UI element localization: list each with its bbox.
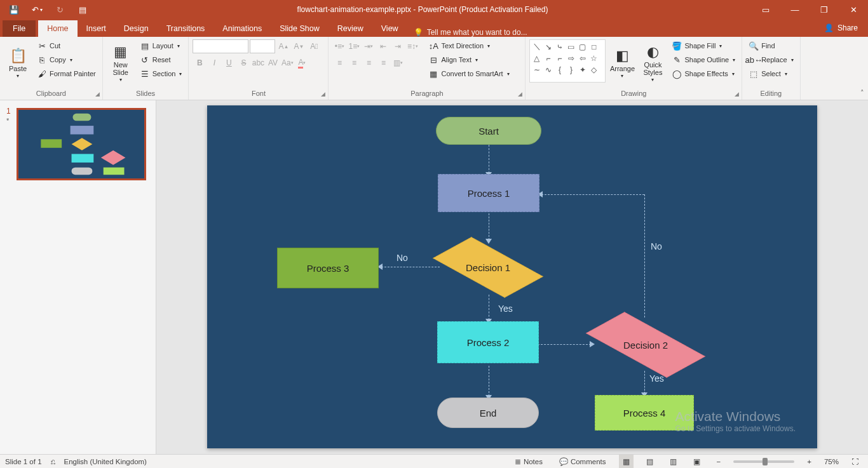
minimize-button[interactable]: — xyxy=(780,0,810,19)
shape-outline-button[interactable]: ✎Shape Outline▾ xyxy=(669,53,738,66)
tab-view[interactable]: View xyxy=(372,20,407,37)
flowchart-end[interactable]: End xyxy=(437,398,539,428)
zoom-level[interactable]: 75% xyxy=(824,458,839,465)
shape-effects-button[interactable]: ◯Shape Effects▾ xyxy=(669,67,738,80)
shape-l-icon[interactable]: ⌐ xyxy=(543,53,553,64)
find-button[interactable]: 🔍Find xyxy=(746,39,796,52)
flowchart-process-3[interactable]: Process 3 xyxy=(277,248,379,288)
line-spacing-button[interactable]: ≡↕▾ xyxy=(405,39,419,53)
shape-l2-icon[interactable]: ⌐ xyxy=(554,53,565,64)
comments-button[interactable]: 💬Comments xyxy=(555,455,610,469)
close-button[interactable]: ✕ xyxy=(839,0,868,19)
shapes-gallery[interactable]: ＼ ↘ ⤷ ▭ ▢ □ △ ⌐ ⌐ ⇨ ⇦ ☆ ∼ ∿ { } ✦ ◇ xyxy=(529,39,606,83)
redo-button[interactable]: ↻ xyxy=(48,0,71,19)
spell-check-icon[interactable]: ⎌ xyxy=(51,458,55,465)
decrease-indent-button[interactable]: ⇤ xyxy=(376,39,390,53)
arrange-button[interactable]: ◧Arrange▾ xyxy=(608,39,636,88)
shape-curve-icon[interactable]: ∼ xyxy=(531,64,542,75)
flowchart-process-2[interactable]: Process 2 xyxy=(437,321,539,363)
normal-view-button[interactable]: ▦ xyxy=(619,455,634,469)
tab-insert[interactable]: Insert xyxy=(78,20,115,37)
save-button[interactable]: 💾 xyxy=(3,0,25,19)
change-case-button[interactable]: Aa▾ xyxy=(280,56,294,70)
tab-file[interactable]: File xyxy=(3,20,36,37)
shape-star2-icon[interactable]: ✦ xyxy=(577,64,588,75)
columns-button[interactable]: ▥▾ xyxy=(391,56,405,70)
flowchart-process-4[interactable]: Process 4 xyxy=(595,395,694,431)
shape-star-icon[interactable]: ☆ xyxy=(588,53,599,64)
list-level-button[interactable]: ⇥▾ xyxy=(362,39,376,53)
decrease-font-button[interactable]: A▼ xyxy=(292,39,306,53)
notes-button[interactable]: ≣Notes xyxy=(511,455,546,469)
language-indicator[interactable]: English (United Kingdom) xyxy=(64,458,147,465)
shadow-button[interactable]: abc xyxy=(251,56,265,70)
numbering-button[interactable]: 1≡▾ xyxy=(347,39,361,53)
tab-transitions[interactable]: Transitions xyxy=(158,20,214,37)
align-left-button[interactable]: ≡ xyxy=(332,56,346,70)
underline-button[interactable]: U xyxy=(222,56,236,70)
paste-button[interactable]: 📋 Paste ▾ xyxy=(4,39,32,88)
reading-view-button[interactable]: ▥ xyxy=(666,455,681,469)
zoom-slider[interactable] xyxy=(733,460,794,463)
shape-arrow-icon[interactable]: ↘ xyxy=(543,41,553,52)
slide-sorter-button[interactable]: ▤ xyxy=(642,455,657,469)
tab-slideshow[interactable]: Slide Show xyxy=(271,20,329,37)
shape-brace2-icon[interactable]: } xyxy=(566,64,576,75)
shape-fill-button[interactable]: 🪣Shape Fill▾ xyxy=(669,39,738,52)
shape-arrow2-icon[interactable]: ⇨ xyxy=(566,53,576,64)
slide-canvas[interactable]: No Yes No Yes Start Process 1 Decision 1… xyxy=(207,105,817,448)
font-size-input[interactable] xyxy=(250,39,275,53)
strike-button[interactable]: S xyxy=(236,56,250,70)
shape-square-icon[interactable]: □ xyxy=(588,41,599,52)
flowchart-decision-2[interactable]: Decision 2 xyxy=(588,318,703,372)
text-direction-button[interactable]: ↕AText Direction▾ xyxy=(426,39,512,52)
increase-indent-button[interactable]: ⇥ xyxy=(391,39,405,53)
shape-rect-icon[interactable]: ▭ xyxy=(566,41,576,52)
format-painter-button[interactable]: 🖌Format Painter xyxy=(34,67,98,80)
section-button[interactable]: ☰Section▾ xyxy=(137,67,185,80)
flowchart-decision-1[interactable]: Decision 1 xyxy=(437,240,539,295)
share-button[interactable]: 👤 Share xyxy=(817,19,865,37)
shape-brace-icon[interactable]: { xyxy=(554,64,565,75)
shape-arrow3-icon[interactable]: ⇦ xyxy=(577,53,588,64)
slideshow-view-button[interactable]: ▣ xyxy=(689,455,704,469)
shape-curve2-icon[interactable]: ∿ xyxy=(543,64,553,75)
align-text-button[interactable]: ⊟Align Text▾ xyxy=(426,53,512,66)
new-slide-button[interactable]: ▦ New Slide ▾ xyxy=(107,39,135,88)
clipboard-dialog-launcher[interactable]: ◢ xyxy=(95,91,100,97)
justify-button[interactable]: ≡ xyxy=(376,56,390,70)
paragraph-dialog-launcher[interactable]: ◢ xyxy=(518,91,522,97)
shape-roundrect-icon[interactable]: ▢ xyxy=(577,41,588,52)
font-color-button[interactable]: A▾ xyxy=(295,56,309,70)
shape-connector-icon[interactable]: ⤷ xyxy=(554,41,565,52)
italic-button[interactable]: I xyxy=(207,56,221,70)
font-name-input[interactable] xyxy=(193,39,248,53)
tell-me-search[interactable]: 💡 Tell me what you want to do... xyxy=(407,28,534,37)
tab-animations[interactable]: Animations xyxy=(214,20,271,37)
bullets-button[interactable]: •≡▾ xyxy=(332,39,346,53)
flowchart-process-1[interactable]: Process 1 xyxy=(438,174,539,212)
slide-thumbnail-1[interactable] xyxy=(17,108,146,180)
align-right-button[interactable]: ≡ xyxy=(362,56,376,70)
collapse-ribbon-button[interactable]: ˄ xyxy=(860,89,864,97)
drawing-dialog-launcher[interactable]: ◢ xyxy=(735,91,739,97)
start-from-beginning-button[interactable]: ▤ xyxy=(71,0,94,19)
increase-font-button[interactable]: A▲ xyxy=(276,39,290,53)
undo-button[interactable]: ↶▾ xyxy=(25,0,48,19)
layout-button[interactable]: ▤Layout▾ xyxy=(137,39,185,52)
cut-button[interactable]: ✂Cut xyxy=(34,39,98,52)
align-center-button[interactable]: ≡ xyxy=(347,56,361,70)
tab-home[interactable]: Home xyxy=(38,20,77,37)
quick-styles-button[interactable]: ◐Quick Styles▾ xyxy=(639,39,667,88)
shape-triangle-icon[interactable]: △ xyxy=(531,53,542,64)
ribbon-display-options[interactable]: ▭ xyxy=(751,0,780,19)
reset-button[interactable]: ↺Reset xyxy=(137,53,185,66)
tab-design[interactable]: Design xyxy=(115,20,158,37)
bold-button[interactable]: B xyxy=(193,56,207,70)
fit-to-window-button[interactable]: ⛶ xyxy=(848,455,863,469)
char-spacing-button[interactable]: AV xyxy=(266,56,280,70)
shape-callout-icon[interactable]: ◇ xyxy=(588,64,599,75)
copy-button[interactable]: ⎘Copy▾ xyxy=(34,53,98,66)
clear-formatting-button[interactable]: A⃠ xyxy=(307,39,321,53)
zoom-out-button[interactable]: − xyxy=(713,455,725,469)
